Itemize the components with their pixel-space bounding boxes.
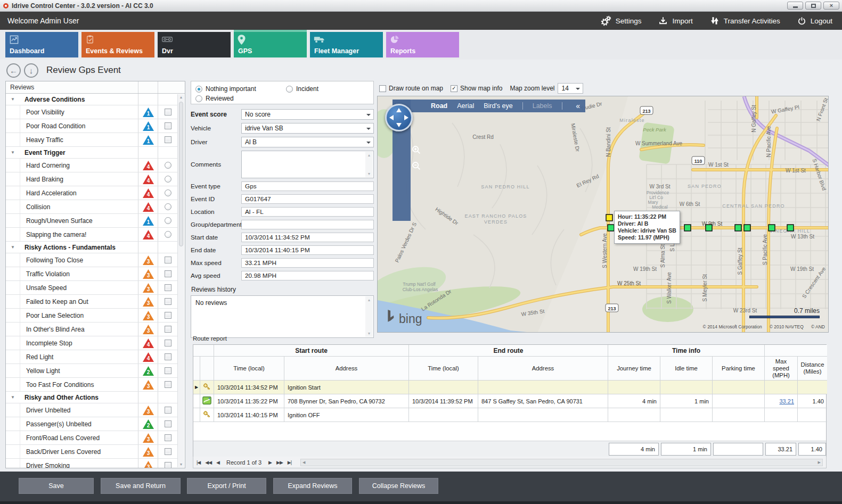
tab-gps[interactable]: GPS [234,32,307,57]
review-item-row[interactable]: Driver Unbelted3 [6,403,177,417]
field-location-input[interactable]: Al - FL [241,207,374,217]
review-item-row[interactable]: Slapping the camera!4 [6,228,177,242]
scroll-down-icon[interactable]: ▼ [367,172,371,176]
group-collapse-icon[interactable]: ▼ [6,395,20,400]
review-radio[interactable] [165,231,171,238]
scroll-right-icon[interactable]: ▶ [818,460,821,465]
horizontal-scrollbar[interactable]: ◀▶ [300,459,823,466]
review-checkbox[interactable] [165,462,171,468]
tab-dashboard[interactable]: Dashboard [5,32,78,57]
close-button[interactable]: × [823,2,839,10]
draw-route-checkbox[interactable] [379,85,386,92]
review-radio[interactable] [165,162,171,169]
record-prev-page-button[interactable]: ◀◀ [205,460,211,465]
review-checkbox[interactable] [165,257,171,263]
record-next-page-button[interactable]: ▶▶ [276,460,283,465]
route-point-marker[interactable] [735,225,741,231]
review-radio[interactable] [165,189,171,196]
map-zoom-in-button[interactable] [411,144,423,157]
field-avg-speed-input[interactable]: 20.98 MPH [241,271,374,280]
down-button[interactable]: ↓ [24,63,38,78]
selected-point-marker[interactable] [606,214,612,221]
pan-down-icon[interactable] [396,123,402,127]
field-driver-select[interactable]: Al B [241,137,374,147]
footer-collapse-reviews-button[interactable]: Collapse Reviews [359,478,438,494]
review-item-row[interactable]: Poor Visibility1 [6,105,177,119]
footer-expand-reviews-button[interactable]: Expand Reviews [273,478,352,494]
scrollbar-thumb[interactable] [179,102,183,246]
route-point-marker[interactable] [608,225,614,231]
field-vehicle-select[interactable]: idrive Van SB [241,123,374,134]
review-checkbox[interactable] [165,434,171,441]
review-item-row[interactable]: Unsafe Speed3 [6,281,177,295]
review-group-row[interactable]: ▼Risky and Other Actions [6,392,177,403]
review-checkbox[interactable] [165,109,171,115]
map-toolbar-collapse-button[interactable]: « [576,102,580,110]
status-radio-incident[interactable]: Incident [286,85,318,93]
route-point-marker[interactable] [684,225,691,231]
footer-export-print-button[interactable]: Export / Print [187,478,266,494]
route-row[interactable]: ▶10/3/2014 11:34:52 PMIgnition Start [193,381,826,394]
record-prev-button[interactable]: ◀ [216,460,219,465]
footer-save-button[interactable]: Save [19,478,94,494]
review-item-row[interactable]: Failed to Keep an Out3 [6,295,177,309]
map-canvas[interactable]: 213110213Trudie DrPeck ParkMiralesteMira… [378,96,829,333]
review-item-row[interactable]: Yellow Light2 [6,364,177,378]
review-checkbox[interactable] [165,381,171,388]
map-zoom-select[interactable]: 14 [558,83,583,94]
review-checkbox[interactable] [165,298,171,305]
scroll-up-icon[interactable]: ▲ [367,153,371,157]
review-checkbox[interactable] [165,270,171,277]
review-item-row[interactable]: Hard Cornering4 [6,159,177,172]
review-item-row[interactable]: Red Light4 [6,350,177,364]
pan-up-icon[interactable] [396,108,402,112]
review-checkbox[interactable] [165,420,171,427]
field-event-type-input[interactable]: Gps [241,181,374,191]
review-item-row[interactable]: Traffic Violation3 [6,267,177,281]
field-end-date-input[interactable]: 10/3/2014 11:40:15 PM [241,245,374,255]
show-map-info-option[interactable]: ✓ Show map info [451,85,502,92]
record-first-button[interactable]: |◀ [197,460,200,465]
scroll-up-icon[interactable]: ▲ [367,298,371,302]
review-group-row[interactable]: ▼Event Trigger [6,147,177,159]
field-start-date-input[interactable]: 10/3/2014 11:34:52 PM [241,233,374,242]
maximize-button[interactable] [805,2,821,10]
status-radio-nothing-important[interactable]: Nothing important [195,85,256,93]
review-item-row[interactable]: Incomplete Stop4 [6,336,177,350]
scroll-down-icon[interactable]: ▼ [179,462,183,466]
review-item-row[interactable]: Front/Road Lens Covered3 [6,431,177,445]
show-map-info-checkbox[interactable]: ✓ [451,85,457,92]
record-next-button[interactable]: ▶ [268,460,272,465]
review-radio[interactable] [165,217,171,224]
review-checkbox[interactable] [165,136,171,143]
field-comments-textarea[interactable]: ▲▼ [241,151,374,178]
review-checkbox[interactable] [165,448,171,455]
tab-reports[interactable]: Reports [386,32,459,57]
group-collapse-icon[interactable]: ▼ [6,150,20,155]
review-checkbox[interactable] [165,340,171,346]
review-item-row[interactable]: Following Too Close3 [6,253,177,267]
review-item-row[interactable]: In Other's Blind Area3 [6,323,177,336]
field-event-score-select[interactable]: No score [241,109,374,120]
route-row[interactable]: 10/3/2014 11:35:22 PM708 Bynner Dr, San … [193,394,826,408]
review-item-row[interactable]: Hard Acceleration4 [6,186,177,200]
route-point-marker[interactable] [769,225,775,231]
review-checkbox[interactable] [165,353,171,360]
review-checkbox[interactable] [165,122,171,129]
route-point-marker[interactable] [744,225,750,231]
reviews-scrollbar[interactable]: ▲ ▼ [177,94,184,467]
max-speed-link[interactable]: 33.21 [779,398,794,404]
review-group-row[interactable]: ▼Risky Actions - Fundamentals [6,242,177,253]
pan-left-icon[interactable] [389,115,394,120]
tab-events-reviews[interactable]: Events & Reviews [81,32,154,57]
review-item-row[interactable]: Heavy Traffic1 [6,133,177,147]
review-checkbox[interactable] [165,367,171,374]
scroll-left-icon[interactable]: ◀ [303,460,305,465]
review-checkbox[interactable] [165,284,171,291]
review-item-row[interactable]: Back/Driver Lens Covered3 [6,445,177,459]
review-radio[interactable] [165,203,171,210]
scroll-down-icon[interactable]: ▼ [367,332,371,335]
status-radio-reviewed[interactable]: Reviewed [195,95,234,102]
map-view-aerial[interactable]: Aerial [457,102,474,110]
field-event-id-input[interactable]: G017647 [241,194,374,204]
